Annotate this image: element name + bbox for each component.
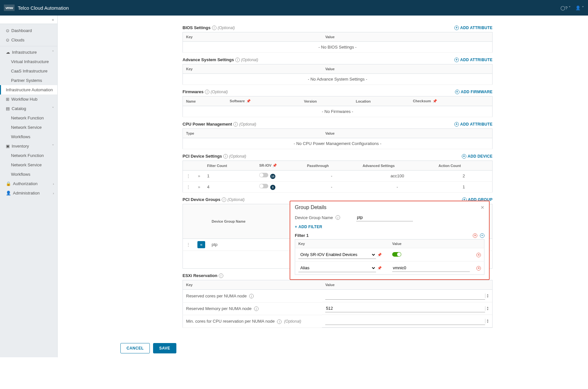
col-key: Key (295, 239, 389, 248)
filter-key-select[interactable]: Alias (298, 264, 376, 272)
stepper-icon[interactable]: ▲▼ (485, 306, 489, 311)
col-value: Value (389, 239, 473, 248)
col-location: Location (353, 96, 410, 106)
nav-inv-wf[interactable]: Workflows (0, 170, 57, 179)
cancel-button[interactable]: CANCEL (120, 343, 150, 353)
group-name-input[interactable] (356, 214, 413, 221)
nav-partner-systems[interactable]: Partner Systems (0, 76, 57, 85)
col-advanced: Advanced Settings (360, 161, 436, 171)
table-row: ⋮ » 4 8 - - 1 (183, 182, 493, 193)
info-icon[interactable]: i (219, 273, 223, 278)
reserved-memory-input[interactable] (325, 305, 485, 312)
sidebar-collapse-icon[interactable]: « (52, 17, 54, 22)
nav-catalog-ns[interactable]: Network Service (0, 123, 57, 132)
sriov-toggle[interactable] (259, 173, 268, 177)
filter-key-select[interactable]: Only SR-IOV Enabled Devices (298, 250, 376, 259)
nav-inventory[interactable]: ▣Inventory˅ (0, 141, 57, 151)
nav-virtual-infra[interactable]: Virtual Infrastructure (0, 57, 57, 66)
pin-icon: 📌 (433, 99, 437, 103)
add-attribute-button[interactable]: +ADD ATTRIBUTE (454, 26, 493, 30)
hub-icon: ⊞ (6, 97, 9, 102)
col-value: Value (322, 32, 492, 42)
reserved-cores-input[interactable] (325, 292, 485, 300)
table-row: Reserved Memory per NUMA node i ▲▼ (183, 302, 493, 315)
add-attribute-button[interactable]: +ADD ATTRIBUTE (454, 58, 493, 62)
nav-catalog[interactable]: ▤Catalog˅ (0, 104, 57, 113)
col-software[interactable]: Software 📌 (227, 96, 301, 106)
sriov-toggle[interactable] (259, 184, 268, 188)
nav-authorization[interactable]: 🔒Authorization› (0, 179, 57, 188)
save-button[interactable]: SAVE (153, 343, 176, 353)
nav-administration[interactable]: 👤Administration› (0, 188, 57, 198)
info-icon[interactable]: i (249, 294, 254, 298)
table-row: ⋮ » 1 16 - acc100 2 (183, 171, 493, 182)
nav-workflow-hub[interactable]: ⊞Workflow Hub (0, 94, 57, 104)
nav-caas-infra[interactable]: CaaS Infrastructure (0, 66, 57, 76)
info-icon[interactable]: i (223, 154, 228, 159)
optional-label: (Optional) (227, 197, 245, 202)
app-title: Telco Cloud Automation (18, 5, 560, 11)
optional-label: (Optional) (229, 154, 246, 159)
info-icon[interactable]: i (336, 215, 340, 220)
nav-catalog-nf[interactable]: Network Function (0, 113, 57, 123)
dashboard-icon: ⊙ (6, 28, 9, 33)
col-name: Name (183, 96, 227, 106)
help-icon[interactable]: ◯? ˅ (560, 6, 571, 10)
info-icon[interactable]: i (235, 58, 240, 62)
optional-label: (Optional) (218, 26, 235, 30)
count-badge: 16 (270, 174, 275, 179)
nav-infra-automation[interactable]: Infrastructure Automation (0, 85, 57, 94)
collapse-icon[interactable]: « (197, 241, 205, 248)
group-name-label: Device Group Namei (295, 215, 353, 220)
min-cores-input[interactable] (325, 317, 485, 325)
sidebar: « ⊙Dashboard ⊙Clouds ☁Infrastructure˅ Vi… (0, 16, 58, 357)
chevron-right-icon: › (53, 191, 54, 195)
add-filter-button[interactable]: +ADD FILTER (295, 225, 484, 229)
row-menu-icon[interactable]: ⋮ (186, 173, 191, 179)
add-firmware-button[interactable]: +ADD FIRMWARE (455, 90, 493, 94)
nav-inv-nf[interactable]: Network Function (0, 151, 57, 160)
col-key: Key (183, 32, 322, 42)
remove-row-icon[interactable]: ✕ (476, 266, 481, 271)
info-icon[interactable]: i (222, 197, 226, 202)
remove-filter-icon[interactable]: ✕ (473, 233, 477, 238)
groups-title: PCI Device Groups (183, 197, 220, 202)
info-icon[interactable]: i (205, 90, 209, 94)
col-sriov[interactable]: SR-IOV 📌 (256, 161, 304, 171)
close-icon[interactable]: ✕ (481, 205, 484, 210)
nav-dashboard[interactable]: ⊙Dashboard (0, 26, 57, 35)
nav-catalog-wf[interactable]: Workflows (0, 132, 57, 141)
col-type: Type (183, 129, 322, 138)
add-attribute-button[interactable]: +ADD ATTRIBUTE (454, 122, 493, 127)
user-icon[interactable]: 👤 ˅ (575, 6, 584, 10)
expand-icon[interactable]: » (198, 184, 200, 189)
empty-state: - No CPU Power Management Configurations… (183, 138, 493, 149)
row-menu-icon[interactable]: ⋮ (186, 242, 191, 247)
remove-row-icon[interactable]: ✕ (476, 253, 481, 257)
nav-infrastructure[interactable]: ☁Infrastructure˅ (0, 48, 57, 57)
bios-title: BIOS Settings (183, 25, 211, 30)
info-icon[interactable]: i (233, 122, 238, 127)
stepper-icon[interactable]: ▲▼ (485, 319, 489, 323)
stepper-icon[interactable]: ▲▼ (485, 294, 489, 298)
inventory-icon: ▣ (6, 144, 10, 149)
filter-row: Only SR-IOV Enabled Devices 📌 ✕ (295, 248, 484, 261)
info-icon[interactable]: i (254, 306, 259, 311)
col-checksum[interactable]: Checksum 📌 (410, 96, 492, 106)
row-menu-icon[interactable]: ⋮ (186, 184, 191, 190)
info-icon[interactable]: i (277, 319, 282, 324)
expand-icon[interactable]: » (198, 173, 200, 178)
chevron-down-icon: ˅ (52, 50, 54, 54)
filter-value-toggle[interactable] (392, 252, 401, 257)
chevron-right-icon: › (53, 182, 54, 186)
filter-value-input[interactable] (392, 264, 470, 272)
add-device-button[interactable]: +ADD DEVICE (462, 154, 493, 159)
add-filter-icon[interactable]: + (480, 233, 484, 238)
advance-title: Advance System Settings (183, 57, 234, 62)
col-filter-count: Filter Count (204, 161, 256, 171)
cloud-icon: ☁ (6, 50, 10, 55)
nav-clouds[interactable]: ⊙Clouds (0, 35, 57, 45)
clouds-icon: ⊙ (6, 38, 9, 42)
info-icon[interactable]: i (212, 26, 216, 30)
nav-inv-ns[interactable]: Network Service (0, 160, 57, 170)
